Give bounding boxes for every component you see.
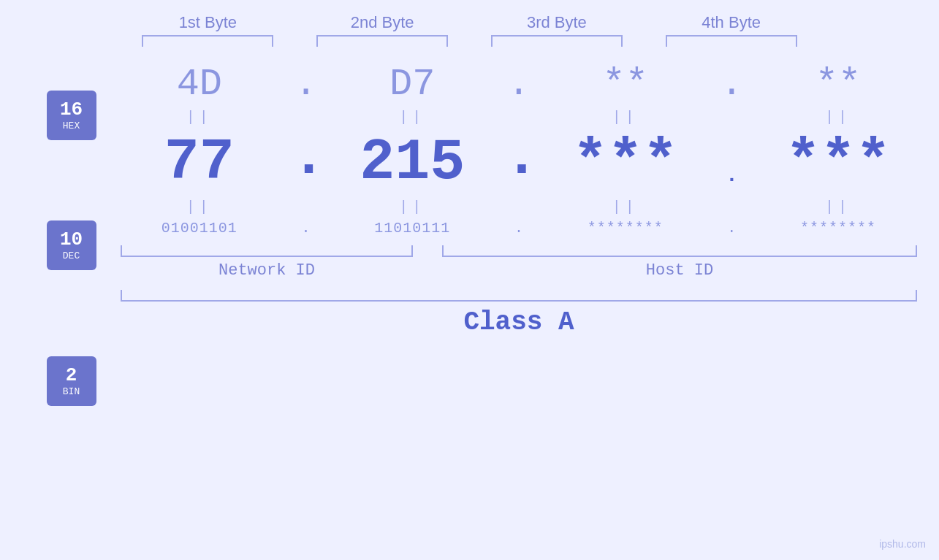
dec-dot2: . — [504, 124, 539, 191]
hex-row: 4D . D7 . ** . ** — [121, 63, 917, 106]
bin-b3: ******** — [588, 220, 664, 237]
dec-dot3: . — [726, 164, 738, 187]
network-id-label: Network ID — [218, 261, 315, 280]
hex-b1: 4D — [177, 63, 222, 106]
eq1-b2: || — [346, 109, 478, 126]
eq1-b4: || — [772, 109, 904, 126]
dec-b4: *** — [786, 129, 891, 196]
host-id-bracket — [442, 245, 917, 257]
bracket-byte3 — [491, 35, 623, 47]
eq2-b3: || — [560, 199, 691, 215]
hex-b3: ** — [602, 63, 647, 106]
dec-badge: 10 DEC — [47, 220, 96, 270]
id-labels: Network ID Host ID — [121, 261, 917, 280]
top-brackets — [0, 35, 939, 47]
bin-badge: 2 BIN — [47, 356, 96, 406]
hex-b2: D7 — [389, 63, 435, 106]
values-area: 4D . D7 . ** . ** — [121, 53, 939, 337]
byte-headers: 1st Byte 2nd Byte 3rd Byte 4th Byte — [0, 13, 939, 32]
dec-b3: *** — [573, 129, 678, 196]
hex-b4: ** — [816, 63, 861, 106]
eq2-b1: || — [134, 199, 265, 215]
dec-row: 77 . 215 . *** . *** — [121, 129, 917, 196]
bin-dot3: . — [727, 220, 736, 237]
hex-dot1: . — [294, 63, 317, 106]
hex-dot3: . — [721, 63, 743, 106]
hex-badge: 16 HEX — [47, 91, 96, 140]
bin-dot2: . — [514, 220, 523, 237]
eq1-b1: || — [134, 109, 265, 126]
byte4-header: 4th Byte — [666, 13, 797, 32]
bin-b4: ******** — [800, 220, 876, 237]
watermark: ipshu.com — [879, 538, 926, 550]
dec-dot1: . — [292, 124, 327, 191]
class-label-container: Class A — [121, 307, 917, 337]
byte1-header: 1st Byte — [142, 13, 273, 32]
hex-dot2: . — [507, 63, 530, 106]
bin-b1: 01001101 — [161, 220, 237, 237]
dec-b2: 215 — [360, 129, 465, 196]
byte3-header: 3rd Byte — [491, 13, 623, 32]
bin-row: 01001101 . 11010111 . ******** . — [121, 220, 917, 237]
eq1-b3: || — [560, 109, 691, 126]
byte2-header: 2nd Byte — [316, 13, 448, 32]
bracket-byte1 — [142, 35, 273, 47]
host-id-label: Host ID — [646, 261, 713, 280]
bracket-byte4 — [666, 35, 797, 47]
bottom-brackets — [121, 245, 917, 257]
class-bracket — [121, 290, 917, 302]
dec-b1: 77 — [164, 129, 235, 196]
main-container: 1st Byte 2nd Byte 3rd Byte 4th Byte 16 H… — [0, 0, 939, 560]
class-label: Class A — [463, 307, 574, 337]
bin-dot1: . — [302, 220, 311, 237]
badges-column: 16 HEX 10 DEC 2 BIN — [0, 53, 121, 406]
bin-b2: 11010111 — [374, 220, 450, 237]
equals-row-2: || || || || — [121, 196, 917, 218]
eq2-b4: || — [772, 199, 904, 215]
eq2-b2: || — [346, 199, 478, 215]
bracket-byte2 — [316, 35, 448, 47]
network-id-bracket — [121, 245, 413, 257]
